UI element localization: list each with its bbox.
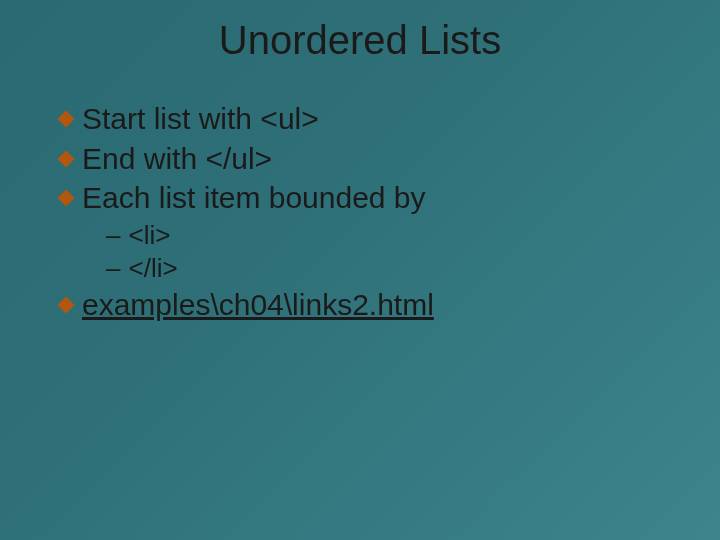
dash-icon: – xyxy=(106,252,120,286)
slide: Unordered Lists Start list with <ul> End… xyxy=(0,0,720,540)
diamond-bullet-icon xyxy=(58,111,75,128)
bullet-text: Start list with <ul> xyxy=(82,100,319,138)
bullet-item: End with </ul> xyxy=(60,140,680,178)
sub-bullet-item: – <li> xyxy=(106,219,680,253)
bullet-item: Start list with <ul> xyxy=(60,100,680,138)
diamond-bullet-icon xyxy=(58,150,75,167)
dash-icon: – xyxy=(106,219,120,253)
slide-title: Unordered Lists xyxy=(0,18,720,63)
example-link[interactable]: examples\ch04\links2.html xyxy=(82,286,434,324)
bullet-item-link: examples\ch04\links2.html xyxy=(60,286,680,324)
diamond-bullet-icon xyxy=(58,190,75,207)
bullet-text: Each list item bounded by xyxy=(82,179,426,217)
sub-bullet-text: </li> xyxy=(128,252,177,286)
diamond-bullet-icon xyxy=(58,297,75,314)
bullet-item: Each list item bounded by xyxy=(60,179,680,217)
bullet-text: End with </ul> xyxy=(82,140,272,178)
slide-content: Start list with <ul> End with </ul> Each… xyxy=(60,100,680,326)
sub-bullet-item: – </li> xyxy=(106,252,680,286)
sub-bullet-text: <li> xyxy=(128,219,170,253)
